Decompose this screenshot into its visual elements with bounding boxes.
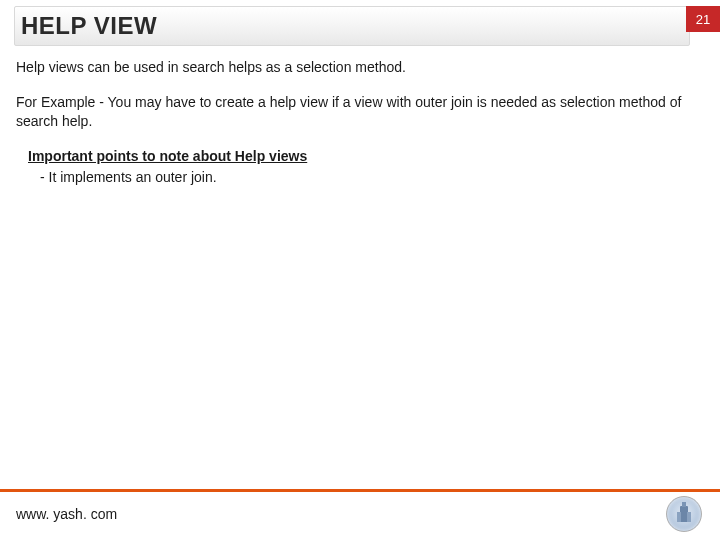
svg-rect-1	[677, 512, 681, 522]
company-logo-icon	[666, 496, 702, 532]
page-number-badge: 21	[686, 6, 720, 32]
subheading-important: Important points to note about Help view…	[28, 147, 696, 166]
svg-rect-2	[687, 512, 691, 522]
slide: HELP VIEW 21 Help views can be used in s…	[0, 0, 720, 540]
page-title: HELP VIEW	[21, 12, 157, 40]
body-content: Help views can be used in search helps a…	[16, 58, 696, 186]
bullet-outer-join: - It implements an outer join.	[40, 168, 696, 187]
title-bar: HELP VIEW	[14, 6, 690, 46]
paragraph-intro: Help views can be used in search helps a…	[16, 58, 696, 77]
page-number: 21	[696, 12, 710, 27]
paragraph-example: For Example - You may have to create a h…	[16, 93, 696, 131]
svg-rect-0	[680, 506, 688, 522]
footer-divider	[0, 489, 720, 492]
footer-url: www. yash. com	[16, 506, 117, 522]
svg-rect-3	[682, 502, 686, 507]
